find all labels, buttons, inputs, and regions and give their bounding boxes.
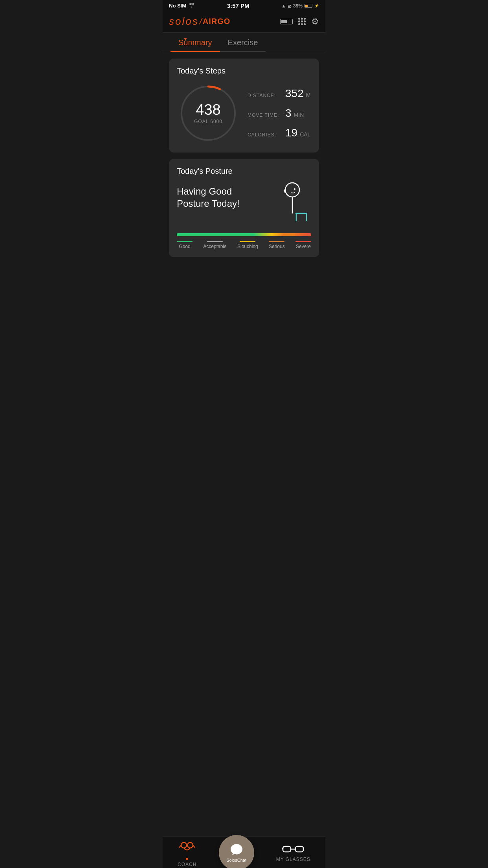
steps-card: Today's Steps 438 GOAL 6000 DISTANCE: [169,59,319,153]
logo-slash: / [200,17,202,27]
acceptable-indicator [207,241,223,242]
nav-tabs: ▼ Summary Exercise [163,33,325,52]
slouching-label: Slouching [237,244,258,249]
status-bar: No SIM 3:57 PM ▲ ⌀ 39% ⚡ [163,0,325,11]
distance-unit: M [306,92,311,98]
posture-slouching: Slouching [237,241,258,249]
header-icons: ⚙ [280,17,319,27]
svg-point-5 [294,188,295,190]
logo-airgo: AIRGO [203,17,231,26]
posture-severe: Severe [295,241,311,249]
movetime-value: 3 [285,107,292,120]
carrier-text: No SIM [169,3,186,9]
tab-summary[interactable]: Summary [171,33,220,52]
serious-label: Serious [269,244,285,249]
steps-count: 438 [194,102,222,117]
posture-acceptable: Acceptable [203,241,226,249]
status-right: ▲ ⌀ 39% ⚡ [281,3,319,9]
posture-card-title: Today's Posture [177,167,311,176]
calories-unit: CAL [300,131,310,138]
settings-icon[interactable]: ⚙ [311,17,319,27]
battery-bar-icon[interactable] [280,19,293,24]
posture-bar-container: Good Acceptable Slouching Serious Severe [177,233,311,249]
calories-label: CALORIES: [248,132,283,138]
slouching-indicator [240,241,255,242]
posture-serious: Serious [269,241,285,249]
acceptable-label: Acceptable [203,244,226,249]
good-indicator [177,241,193,242]
posture-bar-fill [177,233,295,236]
svg-rect-6 [295,213,307,214]
headphones-icon: ⌀ [288,3,291,9]
severe-indicator [295,241,311,242]
good-label: Good [179,244,190,249]
time-display: 3:57 PM [227,2,250,9]
battery-icon [305,4,312,8]
posture-header: Having Good Posture Today! [177,182,311,227]
grid-icon[interactable] [298,18,306,25]
stat-calories: CALORIES: 19 CAL [248,127,311,139]
status-left: No SIM [169,3,195,9]
steps-circle: 438 GOAL 6000 [177,82,240,145]
steps-circle-center: 438 GOAL 6000 [194,102,222,124]
location-icon: ▲ [281,3,286,9]
app-header: solos / AIRGO ⚙ [163,11,325,33]
severe-label: Severe [296,244,311,249]
movetime-label: MOVE TIME: [248,112,283,118]
steps-stats: DISTANCE: 352 M MOVE TIME: 3 MIN CALORIE… [248,87,311,139]
steps-card-content: 438 GOAL 6000 DISTANCE: 352 M MOVE TIME:… [177,82,311,145]
posture-progress-bar [177,233,311,236]
posture-labels: Good Acceptable Slouching Serious Severe [177,241,311,249]
stat-distance: DISTANCE: 352 M [248,87,311,100]
serious-indicator [269,241,284,242]
tab-exercise[interactable]: Exercise [220,33,266,52]
posture-card: Today's Posture Having Good Posture Toda… [169,159,319,257]
distance-label: DISTANCE: [248,93,283,98]
posture-message: Having Good Posture Today! [177,185,255,210]
logo-solos: solos [169,15,199,28]
stat-movetime: MOVE TIME: 3 MIN [248,107,311,120]
posture-figure [272,182,311,227]
steps-goal: GOAL 6000 [194,119,222,124]
wifi-icon [189,3,195,9]
app-logo: solos / AIRGO [169,15,230,28]
movetime-unit: MIN [294,112,304,118]
calories-value: 19 [285,127,297,139]
main-content: Today's Steps 438 GOAL 6000 DISTANCE: [163,52,325,263]
battery-percent: 39% [293,3,303,9]
posture-good: Good [177,241,193,249]
svg-point-2 [285,183,299,197]
distance-value: 352 [285,87,304,100]
charging-icon: ⚡ [314,4,319,8]
steps-card-title: Today's Steps [177,66,311,75]
